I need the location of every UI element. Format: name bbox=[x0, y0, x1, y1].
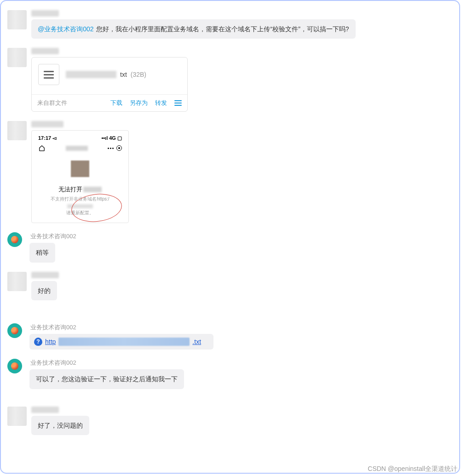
home-icon bbox=[38, 145, 46, 151]
link-prefix[interactable]: http bbox=[45, 338, 56, 345]
file-icon bbox=[38, 64, 59, 85]
message-row: 业务技术咨询002 稍等 bbox=[7, 232, 453, 262]
avatar[interactable] bbox=[7, 232, 22, 247]
page-title-redacted bbox=[66, 146, 88, 151]
download-button[interactable]: 下载 bbox=[110, 99, 122, 107]
url-redacted bbox=[83, 187, 102, 192]
avatar[interactable] bbox=[7, 407, 27, 426]
sender-name: 业务技术咨询002 bbox=[29, 323, 76, 332]
sender-name-redacted bbox=[31, 272, 59, 278]
sender-name-redacted bbox=[31, 407, 59, 413]
message-row: 业务技术咨询002 可以了，您这边验证一下，验证好之后通知我一下 bbox=[7, 359, 453, 389]
message-text: 可以了，您这边验证一下，验证好之后通知我一下 bbox=[36, 375, 178, 383]
message-bubble: 稍等 bbox=[29, 243, 55, 262]
message-bubble: @业务技术咨询002 您好，我在小程序里面配置业务域名，需要在这个域名下上传“校… bbox=[31, 19, 356, 39]
cannot-open-label: 无法打开 bbox=[58, 185, 82, 194]
message-row: 好的 bbox=[7, 272, 453, 300]
file-card[interactable]: txt (32B) 来自群文件 下载 另存为 转发 bbox=[31, 57, 188, 112]
avatar[interactable] bbox=[7, 359, 22, 373]
sender-name-redacted bbox=[31, 10, 59, 17]
avatar[interactable] bbox=[7, 121, 27, 140]
message-bubble: 好的 bbox=[31, 281, 57, 300]
link-redacted[interactable] bbox=[58, 338, 190, 346]
sender-name: 业务技术咨询002 bbox=[29, 232, 76, 241]
mention-link[interactable]: @业务技术咨询002 bbox=[38, 25, 94, 33]
message-bubble: 可以了，您这边验证一下，验证好之后通知我一下 bbox=[29, 369, 184, 389]
screenshot-attachment[interactable]: 17:17 ◅ ••ıl 4G ▢ 无法打开 bbox=[31, 130, 129, 223]
file-size: (32B) bbox=[131, 71, 146, 78]
status-signal: ••ıl 4G ▢ bbox=[101, 135, 122, 141]
avatar[interactable] bbox=[7, 10, 27, 29]
link-suffix[interactable]: .txt bbox=[192, 338, 201, 345]
saveas-button[interactable]: 另存为 bbox=[130, 99, 148, 107]
message-row: 好了，没问题的 bbox=[7, 407, 453, 435]
sender-name-redacted bbox=[31, 48, 59, 54]
file-source-label: 来自群文件 bbox=[37, 99, 67, 107]
message-bubble: 好了，没问题的 bbox=[31, 416, 89, 435]
shield-icon: ? bbox=[34, 338, 42, 346]
avatar[interactable] bbox=[7, 323, 22, 338]
message-bubble-link: ? http .txt bbox=[29, 334, 213, 350]
sender-name: 业务技术咨询002 bbox=[29, 359, 76, 367]
watermark: CSDN @openinstall全渠道统计 bbox=[368, 465, 457, 473]
message-row: 17:17 ◅ ••ıl 4G ▢ 无法打开 bbox=[7, 121, 453, 223]
avatar[interactable] bbox=[7, 272, 27, 291]
message-row: 业务技术咨询002 ? http .txt bbox=[7, 323, 453, 350]
nav-bar bbox=[35, 144, 125, 154]
message-text: 好了，没问题的 bbox=[38, 422, 83, 429]
avatar[interactable] bbox=[7, 48, 27, 67]
message-text: 您好，我在小程序里面配置业务域名，需要在这个域名下上传“校验文件”，可以搞一下吗… bbox=[95, 25, 349, 33]
target-icon bbox=[116, 145, 122, 151]
message-row: txt (32B) 来自群文件 下载 另存为 转发 bbox=[7, 48, 453, 112]
chat-container: @业务技术咨询002 您好，我在小程序里面配置业务域名，需要在这个域名下上传“校… bbox=[0, 0, 460, 474]
forward-button[interactable]: 转发 bbox=[155, 99, 167, 107]
file-name-redacted bbox=[66, 71, 116, 78]
message-text: 稍等 bbox=[36, 249, 49, 256]
image-placeholder bbox=[71, 161, 89, 177]
message-row: @业务技术咨询002 您好，我在小程序里面配置业务域名，需要在这个域名下上传“校… bbox=[7, 10, 453, 39]
more-icon bbox=[108, 148, 114, 149]
status-bar: 17:17 ◅ ••ıl 4G ▢ bbox=[35, 134, 125, 144]
file-extension: txt bbox=[120, 71, 127, 78]
sender-name-redacted bbox=[31, 121, 63, 127]
message-text: 好的 bbox=[38, 287, 51, 294]
status-time: 17:17 ◅ bbox=[38, 135, 56, 141]
menu-icon[interactable] bbox=[174, 100, 182, 106]
